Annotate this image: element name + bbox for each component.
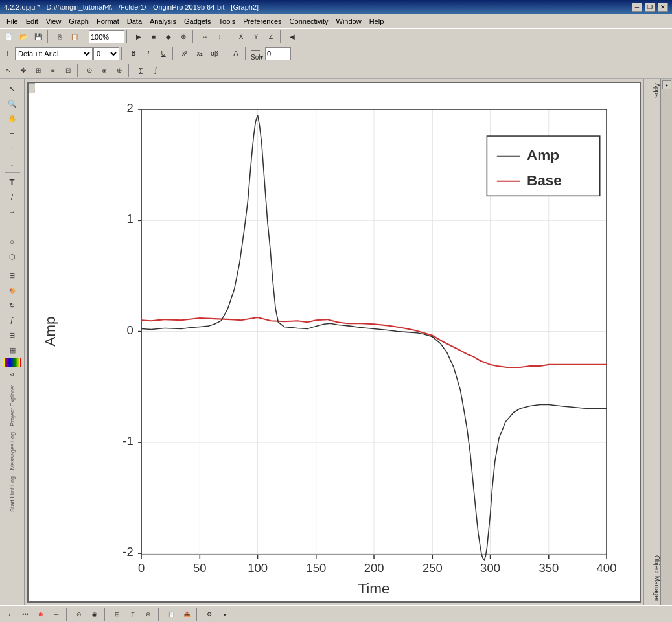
sep-fmt4 bbox=[245, 47, 248, 60]
grid-tool[interactable]: ⊞ bbox=[3, 328, 21, 342]
bt10[interactable]: 📋 bbox=[164, 607, 178, 621]
bt1[interactable]: / bbox=[3, 607, 17, 621]
project-explorer-label: Project Explorer bbox=[9, 385, 16, 426]
alpha-btn[interactable]: αβ bbox=[207, 47, 222, 61]
bt5[interactable]: ⊙ bbox=[72, 607, 86, 621]
menu-window[interactable]: Window bbox=[332, 16, 365, 27]
open-btn[interactable]: 📂 bbox=[16, 30, 30, 44]
sep2 bbox=[84, 30, 87, 43]
tb-btn-c[interactable]: ◆ bbox=[161, 30, 176, 44]
bt8[interactable]: ∑ bbox=[126, 607, 140, 621]
tb-btn-a[interactable]: ▶ bbox=[132, 30, 146, 44]
menu-format[interactable]: Format bbox=[93, 16, 123, 27]
up-tool[interactable]: ↑ bbox=[3, 141, 21, 156]
underline-btn[interactable]: U bbox=[156, 47, 170, 61]
close-button[interactable]: ✕ bbox=[658, 3, 668, 12]
font-size-select[interactable]: 0 bbox=[93, 47, 119, 60]
cross-tool[interactable]: + bbox=[3, 126, 21, 141]
pointer-tool[interactable]: ↖ bbox=[3, 82, 21, 96]
circle-tool[interactable]: ○ bbox=[3, 235, 21, 249]
polygon-tool[interactable]: ⬡ bbox=[3, 249, 21, 264]
bt9[interactable]: ⊕ bbox=[141, 607, 156, 621]
tool3[interactable]: ⊞ bbox=[31, 63, 45, 78]
arrow-tool[interactable]: → bbox=[3, 205, 21, 219]
menu-view[interactable]: View bbox=[42, 16, 65, 27]
tb-btn-i[interactable]: Z bbox=[264, 30, 278, 44]
title-text: 4.2.2.opju * - D:\#\origin_tutorial\4\ -… bbox=[4, 3, 259, 11]
graph-window[interactable]: 1 bbox=[27, 82, 641, 603]
menu-edit[interactable]: Edit bbox=[22, 16, 42, 27]
menu-gadgets[interactable]: Gadgets bbox=[180, 16, 215, 27]
color-btn[interactable]: A bbox=[229, 47, 243, 61]
menu-graph[interactable]: Graph bbox=[65, 16, 93, 27]
menu-preferences[interactable]: Preferences bbox=[239, 16, 285, 27]
tool9[interactable]: ∑ bbox=[133, 63, 148, 78]
tool10[interactable]: ∫ bbox=[148, 63, 163, 78]
new-btn[interactable]: 📄 bbox=[1, 30, 16, 44]
tb-btn-j[interactable]: ◀ bbox=[285, 30, 299, 44]
table-tool[interactable]: ▦ bbox=[3, 343, 21, 357]
panel-toggle-btn[interactable]: ▸ bbox=[662, 80, 671, 89]
object-manager-label: Object Manager bbox=[644, 555, 660, 601]
menu-file[interactable]: File bbox=[3, 16, 22, 27]
tool1[interactable]: ↖ bbox=[1, 63, 16, 78]
formula-tool[interactable]: ƒ bbox=[3, 313, 21, 327]
zoom-input[interactable] bbox=[89, 30, 124, 43]
tb-btn-b[interactable]: ■ bbox=[146, 30, 161, 44]
tool8[interactable]: ⊕ bbox=[112, 63, 126, 78]
bt4[interactable]: ─ bbox=[49, 607, 64, 621]
font-name-select[interactable]: Default: Arial bbox=[15, 47, 93, 60]
line-style-btn[interactable]: ── Sol▾ bbox=[250, 47, 264, 61]
svg-text:Base: Base bbox=[527, 172, 562, 189]
pan-tool[interactable]: ✋ bbox=[3, 111, 21, 126]
tool5[interactable]: ⊡ bbox=[61, 63, 75, 78]
tb-btn-g[interactable]: X bbox=[234, 30, 248, 44]
bt7[interactable]: ⊞ bbox=[110, 607, 124, 621]
bt13[interactable]: ▸ bbox=[218, 607, 232, 621]
zoom-tool[interactable]: 🔍 bbox=[3, 97, 21, 111]
toolbar-row-3: ↖ ✥ ⊞ ≡ ⊡ ⊙ ◈ ⊕ ∑ ∫ bbox=[0, 62, 672, 79]
text-tool[interactable]: T bbox=[3, 175, 21, 189]
line-tool[interactable]: / bbox=[3, 190, 21, 204]
expand-tool[interactable]: ⊲ bbox=[3, 367, 21, 382]
fmt-text-btn[interactable]: T bbox=[1, 47, 14, 61]
bt6[interactable]: ◉ bbox=[87, 607, 102, 621]
paste-btn[interactable]: 📋 bbox=[67, 30, 82, 44]
bt2[interactable]: ••• bbox=[18, 607, 32, 621]
sidebar-sep2 bbox=[5, 266, 20, 266]
region-tool[interactable]: ⊞ bbox=[3, 268, 21, 282]
tool2[interactable]: ✥ bbox=[16, 63, 30, 78]
tb-btn-h[interactable]: Y bbox=[249, 30, 263, 44]
bt11[interactable]: 📤 bbox=[180, 607, 194, 621]
restore-button[interactable]: ❐ bbox=[645, 3, 655, 12]
bt12[interactable]: ⚙ bbox=[202, 607, 216, 621]
bold-btn[interactable]: B bbox=[126, 47, 141, 61]
menu-tools[interactable]: Tools bbox=[215, 16, 240, 27]
menu-connectivity[interactable]: Connectivity bbox=[286, 16, 332, 27]
tb-btn-f[interactable]: ↕ bbox=[213, 30, 227, 44]
italic-btn[interactable]: I bbox=[141, 47, 156, 61]
bt3[interactable]: ⊕ bbox=[34, 607, 48, 621]
save-btn[interactable]: 💾 bbox=[31, 30, 45, 44]
menu-data[interactable]: Data bbox=[123, 16, 146, 27]
bottom-toolbar: / ••• ⊕ ─ ⊙ ◉ ⊞ ∑ ⊕ 📋 📤 ⚙ ▸ bbox=[0, 605, 672, 622]
tb-btn-d[interactable]: ⊕ bbox=[176, 30, 191, 44]
tool6[interactable]: ⊙ bbox=[82, 63, 97, 78]
down-tool[interactable]: ↓ bbox=[3, 156, 21, 170]
color-map-tool[interactable]: 🎨 bbox=[3, 283, 21, 297]
superscript-btn[interactable]: x² bbox=[178, 47, 192, 61]
tb-btn-e[interactable]: ↔ bbox=[198, 30, 212, 44]
rect-tool[interactable]: □ bbox=[3, 220, 21, 234]
svg-text:0: 0 bbox=[126, 323, 133, 337]
sep-fmt3 bbox=[224, 47, 227, 60]
tool4[interactable]: ≡ bbox=[46, 63, 60, 78]
menu-analysis[interactable]: Analysis bbox=[146, 16, 180, 27]
minimize-button[interactable]: ─ bbox=[632, 3, 642, 12]
line-width-input[interactable] bbox=[265, 47, 291, 60]
copy-btn[interactable]: ⎘ bbox=[52, 30, 67, 44]
3d-rotate-tool[interactable]: ↻ bbox=[3, 298, 21, 312]
subscript-btn[interactable]: x₂ bbox=[192, 47, 207, 61]
menu-help[interactable]: Help bbox=[365, 16, 388, 27]
tool7[interactable]: ◈ bbox=[97, 63, 111, 78]
main-content: ↖ 🔍 ✋ + ↑ ↓ T / → □ ○ ⬡ ⊞ 🎨 ↻ ƒ ⊞ ▦ ⊲ Pr… bbox=[0, 79, 672, 605]
